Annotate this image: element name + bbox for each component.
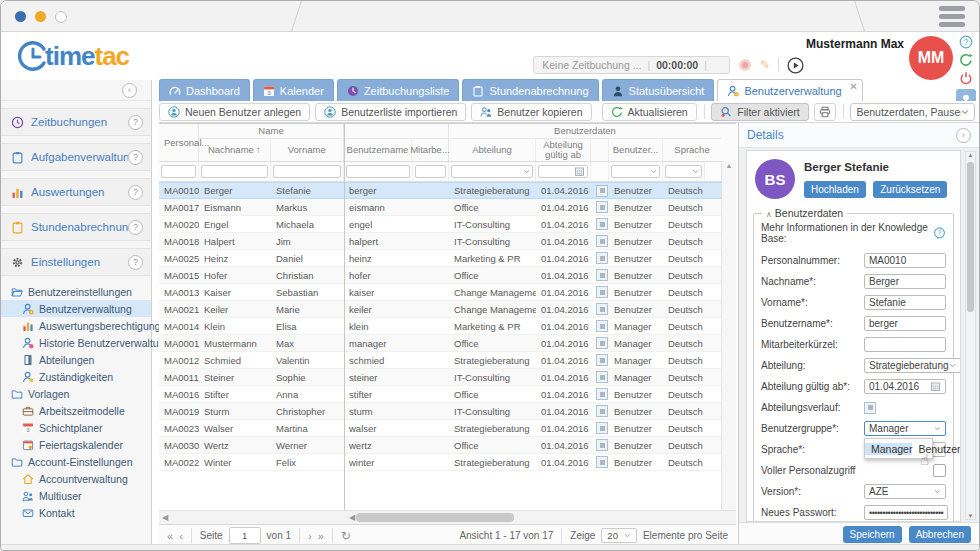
tab-stundenabrechnung[interactable]: Stundenabrechnung bbox=[462, 79, 598, 101]
section-help-icon[interactable]: ? bbox=[128, 220, 143, 235]
sidebar-section-auswertungen[interactable]: Auswertungen ? bbox=[1, 178, 151, 206]
hamburger-menu-icon[interactable] bbox=[939, 6, 965, 30]
sidebar-item-accountverwaltung[interactable]: Accountverwaltung bbox=[1, 470, 151, 487]
abteilungsverlauf-icon[interactable] bbox=[596, 303, 608, 315]
abteilungsverlauf-icon[interactable] bbox=[596, 337, 608, 349]
chevron-down-icon[interactable] bbox=[713, 61, 721, 69]
help-icon[interactable]: ? bbox=[959, 35, 973, 49]
reload-grid-icon[interactable]: ↻ bbox=[341, 529, 351, 543]
table-row[interactable]: MA0014KleinElisakleinMarketing & PR01.04… bbox=[159, 318, 736, 335]
record-button[interactable] bbox=[738, 58, 752, 72]
abteilungsverlauf-icon[interactable] bbox=[596, 185, 608, 197]
table-row[interactable]: MA0012SchmiedValentinschmiedStrategieber… bbox=[159, 352, 736, 369]
sidebar-item-schichtplaner[interactable]: 3 Schichtplaner bbox=[1, 419, 151, 436]
dropdown-option-manager[interactable]: Manager bbox=[865, 443, 912, 455]
abteilungsverlauf-icon[interactable] bbox=[596, 269, 608, 281]
col-header-verlauf[interactable] bbox=[591, 139, 609, 161]
help-bubble-icon[interactable]: ? bbox=[933, 227, 946, 240]
grid-vertical-scrollbar[interactable]: ▲ bbox=[721, 161, 736, 510]
cancel-button[interactable]: Abbrechen bbox=[909, 526, 971, 543]
sidebar-section-einstellungen[interactable]: Einstellungen ? bbox=[1, 248, 151, 276]
voller-personalzugriff-checkbox[interactable] bbox=[933, 464, 946, 477]
col-header-abteilung-gueltig[interactable]: Abteilung gültig ab bbox=[536, 139, 591, 161]
table-row[interactable]: MA0025HeinzDanielheinzMarketing & PR01.0… bbox=[159, 250, 736, 267]
col-header-personal[interactable]: Personal... bbox=[159, 124, 199, 161]
benutzer-kopieren-button[interactable]: Benutzer kopieren bbox=[471, 103, 591, 121]
abteilungsverlauf-icon[interactable] bbox=[596, 320, 608, 332]
col-header-sprache[interactable]: Sprache bbox=[663, 139, 721, 161]
abteilung-gueltig-ab-input[interactable]: 01.04.2016 bbox=[864, 379, 946, 394]
timer-selector[interactable]: Keine Zeitbuchung ... | 00:00:00 | bbox=[533, 56, 730, 74]
table-row[interactable]: MA0017EismannMarkuseismannOffice01.04.20… bbox=[159, 199, 736, 216]
sidebar-collapse-button[interactable]: ‹ bbox=[122, 83, 137, 98]
play-button[interactable] bbox=[787, 57, 804, 74]
abteilungsverlauf-button[interactable] bbox=[864, 402, 876, 414]
nachname-input[interactable]: Berger bbox=[864, 274, 946, 289]
neuen-benutzer-anlegen-button[interactable]: Neuen Benutzer anlegen bbox=[159, 103, 310, 121]
filter-vorname-input[interactable] bbox=[273, 165, 341, 178]
sidebar-item-zuständigkeiten[interactable]: Zuständigkeiten bbox=[1, 368, 151, 385]
filter-gruppe-select[interactable] bbox=[611, 165, 660, 178]
col-header-benutzername[interactable]: Benutzername bbox=[344, 139, 412, 161]
sidebar-item-account-einstellungen[interactable]: Account-Einstellungen bbox=[1, 453, 151, 470]
col-header-vorname[interactable]: Vorname bbox=[271, 139, 344, 161]
table-row[interactable]: MA0015HoferChristianhoferOffice01.04.201… bbox=[159, 267, 736, 284]
abteilungsverlauf-icon[interactable] bbox=[596, 286, 608, 298]
filter-personal-input[interactable] bbox=[161, 165, 196, 178]
table-row[interactable]: MA0022WinterFelixwinterStrategieberatung… bbox=[159, 454, 736, 471]
abteilungsverlauf-icon[interactable] bbox=[596, 422, 608, 434]
next-page-button[interactable]: › bbox=[308, 530, 312, 542]
section-help-icon[interactable]: ? bbox=[128, 150, 143, 165]
abteilungsverlauf-icon[interactable] bbox=[596, 218, 608, 230]
benutzerliste-importieren-button[interactable]: Benutzerliste importieren bbox=[315, 103, 466, 121]
section-help-icon[interactable]: ? bbox=[128, 185, 143, 200]
table-row[interactable]: MA0016StifterAnnastifterOffice01.04.2016… bbox=[159, 386, 736, 403]
sidebar-item-vorlagen[interactable]: Vorlagen bbox=[1, 385, 151, 402]
filter-abteilung-select[interactable] bbox=[451, 165, 533, 178]
section-help-icon[interactable]: ? bbox=[128, 255, 143, 270]
calendar-icon[interactable] bbox=[930, 381, 941, 392]
col-header-nachname[interactable]: Nachname↑ bbox=[199, 139, 271, 161]
refresh-button[interactable]: Aktualisieren bbox=[602, 103, 697, 121]
sidebar-item-benutzerverwaltung[interactable]: Benutzerverwaltung bbox=[1, 300, 151, 317]
sidebar-section-zeitbuchungen[interactable]: Zeitbuchungen ? bbox=[1, 108, 151, 136]
user-avatar[interactable]: MM bbox=[909, 36, 953, 80]
sidebar-item-auswertungsberechtigungen[interactable]: Auswertungsberechtigungen bbox=[1, 317, 151, 334]
benutzername-input[interactable]: berger bbox=[864, 316, 946, 331]
sidebar-item-multiuser[interactable]: Multiuser bbox=[1, 487, 151, 504]
page-number-input[interactable] bbox=[229, 527, 261, 544]
filter-active-button[interactable]: Filter aktiviert bbox=[711, 103, 808, 121]
abteilungsverlauf-icon[interactable] bbox=[596, 201, 608, 213]
fieldset-legend[interactable]: ∧Benutzerdaten bbox=[762, 207, 847, 219]
vorname-input[interactable]: Stefanie bbox=[864, 295, 946, 310]
benutzergruppe-select[interactable]: Manager bbox=[864, 421, 946, 436]
tab-zeitbuchungsliste[interactable]: Zeitbuchungsliste bbox=[337, 79, 460, 101]
save-button[interactable]: Speichern bbox=[843, 526, 902, 543]
personalnummer-input[interactable]: MA0010 bbox=[864, 253, 946, 268]
column-view-select[interactable]: Benutzerdaten, Pausenregelung, Ru bbox=[850, 103, 975, 121]
window-button-1[interactable] bbox=[15, 11, 26, 22]
col-header-benutzergruppe[interactable]: Benutzer... bbox=[609, 139, 663, 161]
print-button[interactable] bbox=[814, 103, 836, 121]
tab-dashboard[interactable]: Dashboard bbox=[159, 79, 250, 101]
sidebar-item-benutzereinstellungen[interactable]: Benutzereinstellungen bbox=[1, 283, 151, 300]
table-row[interactable]: MA0019SturmChristophersturmIT-Consulting… bbox=[159, 403, 736, 420]
abteilungsverlauf-icon[interactable] bbox=[596, 388, 608, 400]
last-page-button[interactable]: » bbox=[318, 530, 324, 542]
grid-horizontal-scrollbar[interactable]: ◀◀ bbox=[159, 510, 736, 524]
table-row[interactable]: MA0010BergerStefaniebergerStrategieberat… bbox=[159, 182, 736, 199]
sidebar-item-kontakt[interactable]: Kontakt bbox=[1, 504, 151, 521]
table-row[interactable]: MA0023WalserMartinawalserStrategieberatu… bbox=[159, 420, 736, 437]
sidebar-item-arbeitszeitmodelle[interactable]: Arbeitszeitmodelle bbox=[1, 402, 151, 419]
sidebar-section-stundenabrechnung[interactable]: Stundenabrechnung ? bbox=[1, 213, 151, 241]
table-row[interactable]: MA0018HalpertJimhalpertIT-Consulting01.0… bbox=[159, 233, 736, 250]
tab-kalender[interactable]: 3 Kalender bbox=[253, 79, 334, 101]
abteilungsverlauf-icon[interactable] bbox=[596, 405, 608, 417]
table-row[interactable]: MA0020EngelMichaelaengelIT-Consulting01.… bbox=[159, 216, 736, 233]
mitarbeiterkuerzel-input[interactable] bbox=[864, 337, 946, 352]
tab-statusübersicht[interactable]: Statusübersicht bbox=[602, 79, 715, 101]
section-help-icon[interactable]: ? bbox=[128, 115, 143, 130]
abteilungsverlauf-icon[interactable] bbox=[596, 235, 608, 247]
first-page-button[interactable]: « bbox=[167, 530, 173, 542]
abteilungsverlauf-icon[interactable] bbox=[596, 354, 608, 366]
